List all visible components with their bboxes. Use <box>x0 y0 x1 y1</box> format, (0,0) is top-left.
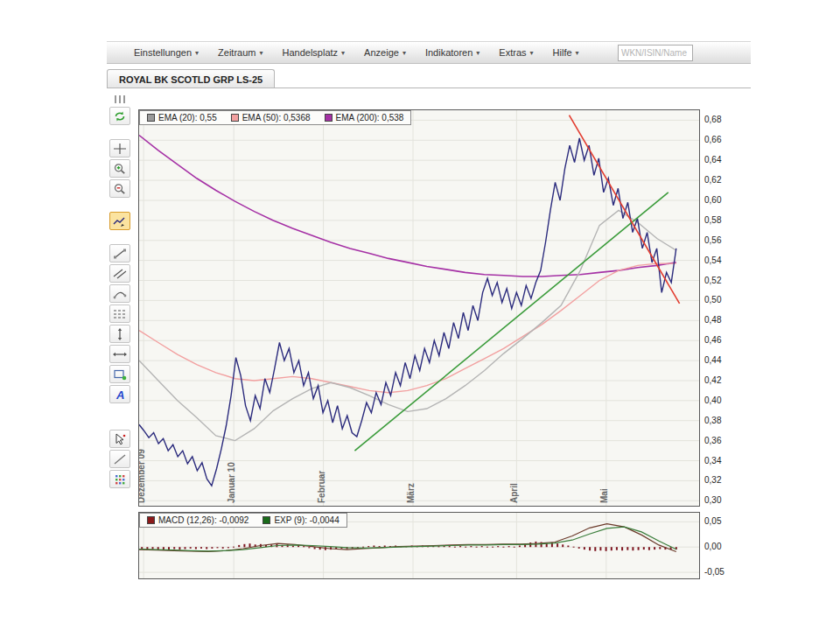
y-tick-label: 0,56 <box>704 235 721 245</box>
zoom-out-icon[interactable] <box>109 179 130 198</box>
cursor-tool-icon[interactable] <box>109 430 130 448</box>
chevron-down-icon: ▾ <box>341 49 345 57</box>
line-tool-icon[interactable] <box>109 450 130 468</box>
y-tick-label: 0,40 <box>704 396 721 405</box>
menu-label: Anzeige <box>364 47 399 58</box>
legend-label: EMA (50): 0,5368 <box>242 113 311 122</box>
rectangle-tool-icon[interactable] <box>109 365 130 383</box>
chevron-down-icon: ▾ <box>402 49 406 57</box>
month-label: Dezember 09 <box>138 449 146 503</box>
menu-anzeige[interactable]: Anzeige▾ <box>354 47 416 58</box>
legend-ema20: EMA (20): 0,55 <box>147 113 217 122</box>
vertical-line-tool-icon[interactable] <box>109 325 130 343</box>
tab-instrument[interactable]: ROYAL BK SCOTLD GRP LS-25 <box>107 69 275 88</box>
month-label: März <box>406 483 416 503</box>
svg-text:A: A <box>116 388 124 401</box>
trend-line-tool-icon[interactable] <box>109 244 130 262</box>
y-tick-label: 0,58 <box>704 215 721 225</box>
menu-label: Hilfe <box>553 47 572 58</box>
legend-label: MACD (12,26): -0,0092 <box>158 515 248 525</box>
legend-label: EXP (9): -0,0044 <box>274 515 339 525</box>
y-tick-label: 0,64 <box>704 155 721 164</box>
y-tick-label: 0,46 <box>704 335 721 345</box>
chart-pointer-tool-icon[interactable] <box>109 212 130 230</box>
refresh-icon[interactable] <box>109 107 130 125</box>
menu-label: Indikatoren <box>425 47 472 58</box>
chevron-down-icon: ▾ <box>259 49 262 57</box>
legend-exp: EXP (9): -0,0044 <box>262 515 339 525</box>
y-tick-label: 0,54 <box>704 256 721 265</box>
y-tick-label: 0,05 <box>704 516 721 526</box>
month-label: Januar 10 <box>227 462 236 503</box>
y-tick-label: 0,32 <box>704 475 721 485</box>
ema200-swatch <box>325 114 332 122</box>
menu-label: Handelsplatz <box>283 47 339 58</box>
month-label: Mai <box>599 488 609 503</box>
main-y-axis: 0,680,660,640,620,600,580,560,540,520,50… <box>701 109 736 512</box>
more-tools-icon[interactable] <box>109 470 130 488</box>
chevron-down-icon: ▾ <box>576 49 579 57</box>
y-tick-label: 0,50 <box>704 295 721 304</box>
horizontal-levels-tool-icon[interactable] <box>109 304 130 323</box>
macd-swatch <box>147 516 155 524</box>
zoom-in-icon[interactable] <box>109 159 130 178</box>
toolbar-drag-grip-icon[interactable] <box>110 94 130 104</box>
menu-hilfe[interactable]: Hilfe▾ <box>543 47 589 58</box>
y-tick-label: 0,00 <box>704 542 721 551</box>
legend-ema50: EMA (50): 0,5368 <box>231 113 311 122</box>
y-tick-label: 0,62 <box>704 175 721 185</box>
y-tick-label: 0,36 <box>704 436 721 445</box>
legend-label: EMA (200): 0,538 <box>336 113 404 122</box>
menu-label: Zeitraum <box>218 47 256 58</box>
legend-macd: MACD (12,26): -0,0092 <box>147 515 248 525</box>
text-tool-icon[interactable]: A <box>109 385 130 403</box>
y-tick-label: 0,68 <box>704 115 721 124</box>
y-tick-label: 0,60 <box>704 195 721 205</box>
y-tick-label: 0,38 <box>704 416 721 425</box>
y-tick-label: 0,66 <box>704 135 721 144</box>
chevron-down-icon: ▾ <box>530 49 534 57</box>
main-chart-svg <box>139 110 699 506</box>
chevron-down-icon: ▾ <box>195 49 199 57</box>
month-label: Februar <box>317 471 326 503</box>
wkn-search-input[interactable] <box>618 45 693 61</box>
parallel-channel-tool-icon[interactable] <box>109 264 130 283</box>
y-tick-label: 0,48 <box>704 315 721 325</box>
crosshair-icon[interactable] <box>109 139 130 158</box>
y-tick-label: -0,05 <box>704 567 724 577</box>
horizontal-line-tool-icon[interactable] <box>109 345 130 363</box>
menu-handelsplatz[interactable]: Handelsplatz▾ <box>273 47 355 58</box>
menu-indikatoren[interactable]: Indikatoren▾ <box>416 47 489 58</box>
legend-label: EMA (20): 0,55 <box>158 113 217 122</box>
y-tick-label: 0,52 <box>704 276 721 285</box>
chart-toolbar: A <box>108 94 132 489</box>
chevron-down-icon: ▾ <box>476 49 480 57</box>
y-tick-label: 0,30 <box>704 495 721 505</box>
y-tick-label: 0,34 <box>704 456 721 466</box>
tab-underline <box>107 88 751 88</box>
macd-legend: MACD (12,26): -0,0092 EXP (9): -0,0044 <box>139 513 347 528</box>
macd-plot[interactable]: MACD (12,26): -0,0092 EXP (9): -0,0044 <box>138 512 700 579</box>
menubar: Einstellungen▾ Zeitraum▾ Handelsplatz▾ A… <box>107 41 751 64</box>
menu-extras[interactable]: Extras▾ <box>489 47 542 58</box>
ema50-swatch <box>231 114 239 122</box>
main-plot[interactable]: EMA (20): 0,55 EMA (50): 0,5368 EMA (200… <box>138 109 700 507</box>
ema20-swatch <box>147 114 155 122</box>
app-window: { "menubar": { "items": [ {"label": "Ein… <box>0 0 840 630</box>
main-chart-legend: EMA (20): 0,55 EMA (50): 0,5368 EMA (200… <box>139 110 411 125</box>
macd-y-axis: 0,050,00-0,05 <box>701 512 736 582</box>
menu-label: Einstellungen <box>134 47 192 58</box>
menu-zeitraum[interactable]: Zeitraum▾ <box>208 47 272 58</box>
legend-ema200: EMA (200): 0,538 <box>325 113 404 122</box>
exp-swatch <box>262 516 270 524</box>
menu-einstellungen[interactable]: Einstellungen▾ <box>124 47 208 58</box>
month-label: April <box>509 483 519 503</box>
tab-label: ROYAL BK SCOTLD GRP LS-25 <box>119 74 262 85</box>
arc-tool-icon[interactable] <box>109 284 130 303</box>
menu-label: Extras <box>499 47 526 58</box>
y-tick-label: 0,44 <box>704 355 721 365</box>
y-tick-label: 0,42 <box>704 375 721 385</box>
